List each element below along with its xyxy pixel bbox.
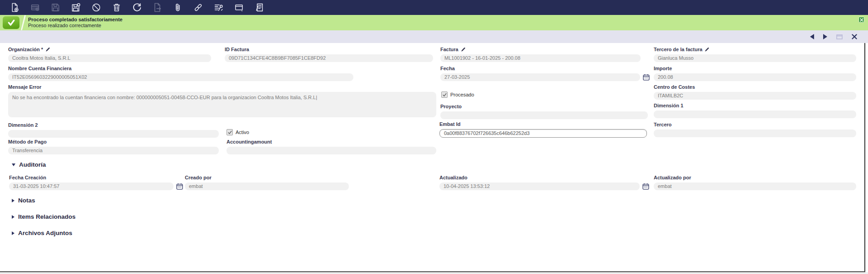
settings-icon — [214, 3, 223, 12]
notes-icon — [255, 3, 264, 12]
field-label: Método de Pago — [8, 139, 47, 145]
organizacion-input[interactable]: Cooltra Motos Italia, S.R.L — [8, 54, 211, 62]
actualizado-input[interactable]: 10-04-2025 13:53:12 — [439, 183, 640, 190]
arrow-right-icon — [823, 34, 827, 39]
maximize-view-button[interactable] — [836, 34, 843, 40]
edit-pencil-icon — [45, 47, 50, 52]
field-label: Fecha Creación — [9, 175, 46, 181]
field-importe: Importe 200.08 — [654, 66, 856, 81]
close-icon — [852, 34, 857, 39]
field-procesado: Procesado — [441, 91, 474, 98]
link-button[interactable] — [193, 3, 203, 12]
success-check-icon — [3, 16, 19, 29]
section-items-relacionados[interactable]: Items Relacionados — [12, 213, 76, 220]
attachment-icon — [173, 3, 183, 12]
application-window: Proceso completado satisfactoriamente Pr… — [0, 0, 868, 274]
dimension2-input[interactable] — [8, 130, 219, 138]
window-button[interactable] — [234, 3, 244, 12]
expand-arrow-icon — [12, 199, 14, 202]
field-actualizado: Actualizado 10-04-2025 13:53:12 — [439, 175, 649, 190]
fecha-creacion-calendar-button[interactable] — [176, 183, 183, 190]
fecha-input[interactable]: 27-03-2025 — [440, 73, 640, 81]
tercero-input[interactable] — [654, 130, 856, 137]
field-label: Tercero de la factura — [654, 47, 702, 53]
field-activo: Activo — [227, 129, 249, 135]
edit-factura-button[interactable] — [461, 47, 466, 52]
refresh-icon — [132, 3, 142, 12]
dimension1-input[interactable] — [654, 111, 856, 118]
section-archivos-adjuntos[interactable]: Archivos Adjuntos — [12, 230, 72, 236]
field-label: Proyecto — [440, 104, 462, 110]
section-auditoria[interactable]: Auditoría — [12, 161, 46, 168]
actualizado-calendar-button[interactable] — [642, 183, 649, 190]
cancel-icon — [92, 3, 101, 12]
settings-button[interactable] — [214, 3, 223, 12]
field-label: Embat Id — [439, 121, 460, 127]
expand-arrow-icon — [12, 215, 14, 219]
notes-button[interactable] — [255, 3, 264, 12]
window-edge-strip — [0, 272, 868, 274]
new-document-icon — [10, 3, 19, 12]
centro-costes-input[interactable]: ITAMILB2C — [654, 92, 856, 100]
main-toolbar — [0, 0, 868, 15]
field-creado-por: Creado por embat — [185, 175, 349, 190]
export-button[interactable] — [153, 3, 162, 12]
banner-close-button[interactable] — [858, 17, 864, 23]
tercero-factura-input[interactable]: Gianluca Musso — [654, 54, 856, 62]
field-label: Centro de Costes — [654, 84, 695, 90]
previous-record-button[interactable] — [810, 34, 814, 40]
section-title: Items Relacionados — [18, 213, 76, 220]
save-new-button[interactable] — [71, 3, 81, 12]
save-button[interactable] — [51, 3, 60, 12]
nombre-cuenta-input[interactable]: IT52E0569603229000005051X02 — [8, 73, 353, 81]
field-mensaje-error: Mensaje Error No se ha encontrado la cue… — [8, 84, 436, 117]
embat-id-input[interactable]: 0a00f88376702f726635c646b62252d3 — [439, 129, 647, 138]
fecha-creacion-input[interactable]: 31-03-2025 10:47:57 — [9, 183, 174, 190]
field-label: Accountingamount — [227, 139, 272, 145]
banner-text: Proceso completado satisfactoriamente Pr… — [28, 17, 122, 29]
save-row-button[interactable] — [30, 3, 40, 12]
close-view-button[interactable] — [852, 34, 857, 40]
factura-input[interactable]: ML1001902 - 16-01-2025 - 200.08 — [440, 54, 641, 62]
importe-input[interactable]: 200.08 — [654, 73, 856, 81]
field-accountingamount: Accountingamount — [227, 139, 436, 154]
section-notas[interactable]: Notas — [12, 197, 35, 204]
delete-button[interactable] — [112, 3, 121, 12]
field-label: Actualizado por — [654, 175, 691, 181]
field-label: Importe — [654, 66, 672, 72]
field-nombre-cuenta: Nombre Cuenta Financiera IT52E0569603229… — [8, 66, 353, 81]
next-record-button[interactable] — [823, 34, 827, 40]
field-dimension2: Dimensión 2 — [8, 122, 219, 138]
calendar-icon — [642, 183, 649, 190]
field-label: Actualizado — [439, 175, 468, 181]
export-icon — [153, 3, 162, 12]
id-factura-input[interactable]: 09D71C134CFE4C8B9BF7085F1CE8FD92 — [225, 54, 433, 62]
creado-por-input[interactable]: embat — [185, 183, 349, 190]
field-actualizado-por: Actualizado por embat — [654, 175, 856, 190]
collapse-arrow-icon — [12, 163, 15, 166]
mensaje-error-textarea[interactable]: No se ha encontrado la cuentan financier… — [8, 92, 436, 117]
field-label: Mensaje Error — [8, 84, 41, 90]
banner-title: Proceso completado satisfactoriamente — [28, 17, 122, 23]
metodo-pago-input[interactable]: Transferencia — [8, 147, 219, 154]
attachment-button[interactable] — [173, 3, 183, 12]
section-title: Archivos Adjuntos — [18, 230, 72, 236]
accountingamount-input[interactable] — [227, 147, 436, 154]
fecha-calendar-button[interactable] — [643, 74, 650, 81]
procesado-checkbox[interactable] — [441, 91, 448, 98]
banner-subtitle: Proceso realizado correctamente — [28, 23, 122, 29]
banner-ribbon-edge — [21, 15, 26, 30]
checkmark-icon — [228, 130, 232, 135]
procesado-label: Procesado — [450, 92, 474, 97]
window-restore-icon — [836, 34, 843, 39]
refresh-button[interactable] — [132, 3, 142, 12]
edit-tercero-factura-button[interactable] — [704, 47, 709, 52]
activo-checkbox[interactable] — [227, 129, 233, 135]
cancel-button[interactable] — [92, 3, 101, 12]
new-record-button[interactable] — [10, 3, 19, 12]
proyecto-input[interactable] — [440, 111, 648, 119]
edit-organizacion-button[interactable] — [45, 47, 50, 52]
field-label: Dimensión 2 — [8, 122, 38, 128]
field-metodo-pago: Método de Pago Transferencia — [8, 139, 219, 154]
actualizado-por-input[interactable]: embat — [654, 183, 856, 190]
